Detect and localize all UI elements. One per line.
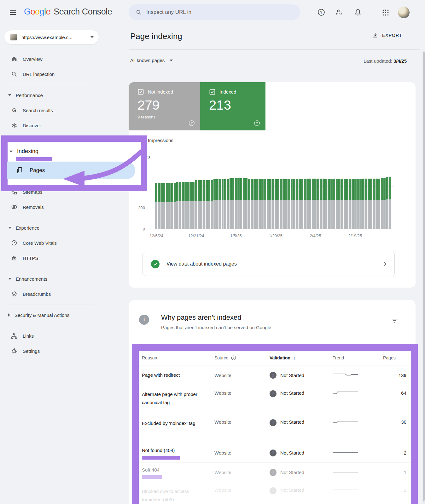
export-button[interactable]: EXPORT bbox=[372, 32, 402, 38]
chart-bar[interactable] bbox=[314, 179, 317, 229]
chart-bar[interactable] bbox=[189, 182, 192, 229]
chart-bar[interactable] bbox=[291, 179, 293, 229]
chart-bar[interactable] bbox=[301, 179, 303, 229]
chart-bar[interactable] bbox=[195, 180, 197, 229]
chart-bar[interactable] bbox=[333, 179, 335, 229]
chart-bar[interactable] bbox=[269, 179, 271, 229]
chart-bar[interactable] bbox=[346, 179, 348, 229]
column-reason[interactable]: Reason bbox=[139, 354, 214, 362]
chart-bar[interactable] bbox=[160, 183, 163, 229]
indexed-toggle-card[interactable]: Indexed 213 ? bbox=[200, 82, 265, 130]
chart-bar[interactable] bbox=[365, 179, 367, 230]
chart-bar[interactable] bbox=[352, 179, 354, 229]
chart-bar[interactable] bbox=[378, 179, 380, 230]
chart-bar[interactable] bbox=[296, 179, 298, 229]
filter-icon[interactable] bbox=[391, 317, 399, 324]
chart-bar[interactable] bbox=[275, 179, 277, 229]
chart-bar[interactable] bbox=[293, 179, 295, 229]
scrollbar-thumb[interactable] bbox=[423, 52, 425, 501]
sidebar-item-core-web-vitals[interactable]: Core Web Vitals bbox=[0, 238, 120, 248]
chart-bar[interactable] bbox=[277, 179, 279, 229]
chart-bar[interactable] bbox=[253, 179, 256, 229]
chart-bar[interactable] bbox=[259, 179, 261, 229]
notifications-bell-icon[interactable] bbox=[354, 8, 362, 16]
table-row[interactable]: Excluded by ‘noindex’ tagWebsite!Not Sta… bbox=[139, 414, 411, 443]
chart-bar[interactable] bbox=[171, 183, 173, 229]
sidebar-section-indexing[interactable]: Indexing bbox=[9, 148, 38, 155]
chart-bar[interactable] bbox=[288, 179, 290, 229]
chart-bar[interactable] bbox=[224, 179, 226, 229]
reason-text[interactable]: Page with redirect bbox=[142, 371, 180, 379]
chart-bar[interactable] bbox=[282, 179, 285, 229]
sidebar-section-performance[interactable]: Performance bbox=[0, 90, 120, 100]
table-row[interactable]: Soft 404Website!Not Started1 bbox=[139, 462, 411, 482]
sidebar-item-url-inspection[interactable]: URL inspection bbox=[0, 69, 120, 79]
help-icon[interactable]: ? bbox=[188, 120, 195, 127]
reason-text[interactable]: Soft 404 bbox=[142, 466, 160, 474]
chart-bar[interactable] bbox=[349, 179, 351, 229]
property-selector[interactable]: https://www.example.c... bbox=[4, 30, 99, 44]
chart-bar[interactable] bbox=[155, 183, 157, 229]
chart-bar[interactable] bbox=[219, 179, 221, 229]
chart-bar[interactable] bbox=[261, 179, 264, 229]
chart-bar[interactable] bbox=[222, 179, 224, 229]
reason-text[interactable]: Blocked due to access forbidden (403) bbox=[142, 487, 207, 504]
user-settings-icon[interactable] bbox=[335, 8, 343, 16]
chart-bar[interactable] bbox=[264, 179, 266, 229]
chart-bar[interactable] bbox=[187, 182, 189, 229]
chart-bar[interactable] bbox=[200, 180, 202, 229]
chart-bar[interactable] bbox=[376, 179, 378, 230]
sidebar-section-enhancements[interactable]: Enhancements bbox=[0, 274, 120, 284]
chart-bar[interactable] bbox=[309, 179, 311, 229]
chart-bar[interactable] bbox=[235, 178, 237, 229]
scrollbar-track[interactable] bbox=[422, 50, 425, 504]
chart-bar[interactable] bbox=[208, 180, 210, 229]
chart-bar[interactable] bbox=[158, 183, 160, 229]
chart-bar[interactable] bbox=[325, 179, 327, 229]
chart-bar[interactable] bbox=[328, 179, 330, 229]
chart-bar[interactable] bbox=[359, 179, 362, 229]
page-scope-dropdown[interactable]: All known pages bbox=[130, 58, 173, 63]
chart-bar[interactable] bbox=[312, 179, 314, 229]
not-indexed-toggle-card[interactable]: Not indexed 279 9 reasons ? bbox=[129, 82, 200, 130]
help-icon[interactable]: ? bbox=[317, 8, 325, 16]
chart-bar[interactable] bbox=[230, 178, 232, 229]
table-row[interactable]: Not found (404)Website!Not Started2 bbox=[139, 443, 411, 462]
chart-bar[interactable] bbox=[341, 179, 343, 229]
view-indexed-data-row[interactable]: View data about indexed pages bbox=[143, 252, 395, 276]
chart-bar[interactable] bbox=[362, 179, 364, 230]
chart-bar[interactable] bbox=[240, 178, 242, 229]
chart-bar[interactable] bbox=[168, 183, 171, 229]
column-validation-sorted[interactable]: Validation ↓ bbox=[270, 355, 333, 361]
chart-bar[interactable] bbox=[368, 179, 370, 230]
apps-grid-icon[interactable] bbox=[381, 9, 390, 17]
table-row[interactable]: Alternate page with proper canonical tag… bbox=[139, 385, 411, 414]
sidebar-item-search-results[interactable]: G Search results bbox=[0, 106, 120, 115]
table-row[interactable]: Page with redirectWebsite!Not Started139 bbox=[139, 365, 411, 385]
reason-text[interactable]: Alternate page with proper canonical tag bbox=[142, 390, 207, 407]
chart-bar[interactable] bbox=[174, 183, 176, 229]
sidebar-section-experience[interactable]: Experience bbox=[0, 223, 120, 232]
chart-bar[interactable] bbox=[237, 178, 240, 229]
chart-bar[interactable] bbox=[245, 178, 247, 229]
chart-bar[interactable] bbox=[386, 177, 388, 229]
chart-bar[interactable] bbox=[256, 179, 258, 229]
chart-bar[interactable] bbox=[211, 180, 213, 229]
sidebar-item-discover[interactable]: Discover bbox=[0, 121, 120, 130]
column-source[interactable]: Source ? bbox=[214, 355, 270, 361]
chart-bar[interactable] bbox=[330, 179, 333, 229]
chart-bar[interactable] bbox=[232, 178, 234, 229]
chart-bar[interactable] bbox=[381, 178, 383, 229]
chart-bar[interactable] bbox=[317, 179, 319, 229]
sidebar-item-settings[interactable]: Settings bbox=[0, 346, 120, 356]
chart-bar[interactable] bbox=[344, 179, 346, 229]
chart-bar[interactable] bbox=[373, 179, 375, 230]
reason-text[interactable]: Excluded by ‘noindex’ tag bbox=[142, 419, 195, 427]
sidebar-section-security[interactable]: Security & Manual Actions bbox=[0, 310, 120, 320]
chart-bar[interactable] bbox=[248, 179, 250, 229]
chart-bar[interactable] bbox=[306, 179, 309, 229]
chart-bar[interactable] bbox=[383, 178, 386, 229]
reason-text[interactable]: Not found (404) bbox=[142, 446, 175, 455]
chart-bar[interactable] bbox=[272, 179, 274, 229]
chart-bar[interactable] bbox=[267, 179, 269, 229]
